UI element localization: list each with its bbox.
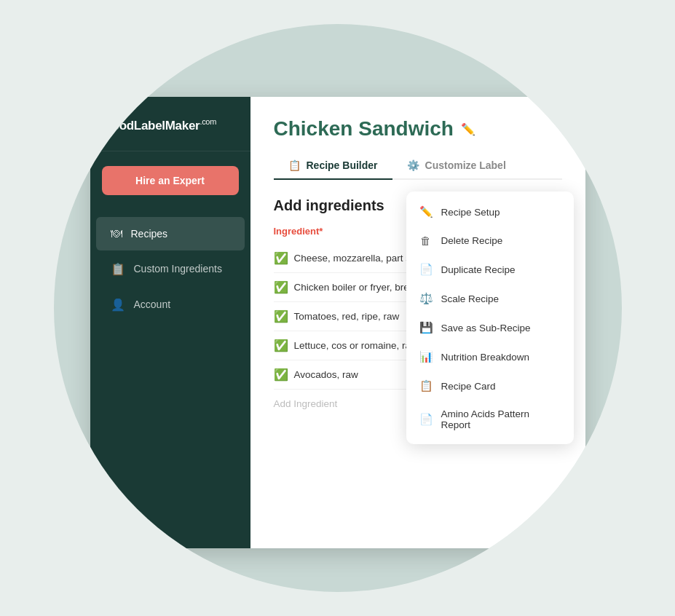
- check-icon: ✅: [274, 251, 288, 265]
- delete-recipe-icon: 🗑: [419, 234, 433, 247]
- hire-expert-button[interactable]: Hire an Expert: [102, 166, 239, 195]
- ingredient-name: Avocados, raw: [294, 369, 358, 380]
- recipes-icon: 🍽: [111, 227, 122, 240]
- tab-customize-label[interactable]: ⚙️ Customize Label: [392, 152, 521, 180]
- edit-title-icon[interactable]: ✏️: [461, 122, 475, 136]
- dropdown-item-label: Amino Acids Pattern Report: [441, 408, 561, 430]
- dropdown-item-amino-acids[interactable]: 📄 Amino Acids Pattern Report: [406, 400, 574, 438]
- dropdown-item-save-sub-recipe[interactable]: 💾 Save as Sub-Recipe: [406, 313, 574, 342]
- check-icon: ✅: [274, 309, 288, 323]
- ingredient-name: Tomatoes, red, ripe, raw: [294, 311, 400, 322]
- dropdown-item-scale-recipe[interactable]: ⚖️ Scale Recipe: [406, 284, 574, 313]
- recipe-card-icon: 📋: [419, 379, 433, 392]
- nutrition-breakdown-icon: 📊: [419, 350, 433, 363]
- tabs-row: 📋 Recipe Builder ⚙️ Customize Label: [274, 152, 562, 180]
- dropdown-item-label: Delete Recipe: [441, 235, 503, 246]
- sidebar: FoodLabelMaker.com Hire an Expert 🍽 Reci…: [90, 97, 250, 548]
- dropdown-item-nutrition-breakdown[interactable]: 📊 Nutrition Breakdown: [406, 342, 574, 371]
- dropdown-item-duplicate-recipe[interactable]: 📄 Duplicate Recipe: [406, 255, 574, 284]
- account-icon: 👤: [111, 298, 125, 312]
- sidebar-logo: FoodLabelMaker.com: [90, 97, 250, 151]
- dropdown-item-label: Nutrition Breakdown: [441, 352, 530, 363]
- outer-circle: FoodLabelMaker.com Hire an Expert 🍽 Reci…: [54, 24, 622, 592]
- check-icon: ✅: [274, 280, 288, 294]
- sidebar-item-label: Account: [134, 299, 171, 310]
- recipe-setup-icon: ✏️: [419, 205, 433, 218]
- main-content: Chicken Sandwich ✏️ 📋 Recipe Builder ⚙️ …: [250, 97, 585, 548]
- tab-recipe-builder[interactable]: 📋 Recipe Builder: [274, 152, 392, 180]
- dropdown-item-label: Scale Recipe: [441, 293, 500, 304]
- dropdown-item-delete-recipe[interactable]: 🗑 Delete Recipe: [406, 226, 574, 255]
- dropdown-item-label: Save as Sub-Recipe: [441, 323, 531, 333]
- save-sub-recipe-icon: 💾: [419, 321, 433, 334]
- dropdown-item-label: Duplicate Recipe: [441, 264, 516, 275]
- dropdown-item-recipe-card[interactable]: 📋 Recipe Card: [406, 371, 574, 400]
- sidebar-item-recipes[interactable]: 🍽 Recipes: [96, 217, 245, 250]
- recipe-title: Chicken Sandwich: [274, 117, 454, 141]
- content-header: Chicken Sandwich ✏️ 📋 Recipe Builder ⚙️ …: [250, 97, 585, 180]
- dropdown-item-label: Recipe Setup: [441, 207, 500, 218]
- logo-text: FoodLabelMaker.com: [105, 119, 217, 133]
- sidebar-nav: 🍽 Recipes 📋 Custom Ingredients 👤 Account: [90, 210, 250, 548]
- check-icon: ✅: [274, 339, 288, 352]
- recipe-title-row: Chicken Sandwich ✏️: [274, 117, 562, 141]
- recipe-builder-tab-icon: 📋: [288, 159, 301, 171]
- ingredient-name: Lettuce, cos or romaine, raw: [294, 340, 418, 351]
- sidebar-item-label: Recipes: [131, 228, 168, 240]
- dropdown-menu: ✏️ Recipe Setup 🗑 Delete Recipe 📄 Duplic…: [406, 191, 574, 444]
- scale-recipe-icon: ⚖️: [419, 292, 433, 305]
- sidebar-item-account[interactable]: 👤 Account: [96, 288, 245, 322]
- custom-ingredients-icon: 📋: [111, 262, 125, 276]
- dropdown-item-recipe-setup[interactable]: ✏️ Recipe Setup: [406, 197, 574, 226]
- sidebar-item-custom-ingredients[interactable]: 📋 Custom Ingredients: [96, 252, 245, 286]
- dropdown-item-label: Recipe Card: [441, 381, 496, 392]
- app-container: FoodLabelMaker.com Hire an Expert 🍽 Reci…: [90, 97, 585, 548]
- check-icon: ✅: [274, 368, 288, 382]
- duplicate-recipe-icon: 📄: [419, 263, 433, 276]
- sidebar-item-label: Custom Ingredients: [134, 263, 222, 275]
- customize-label-tab-icon: ⚙️: [407, 159, 419, 171]
- sidebar-cta: Hire an Expert: [90, 151, 250, 210]
- amino-acids-icon: 📄: [419, 413, 433, 426]
